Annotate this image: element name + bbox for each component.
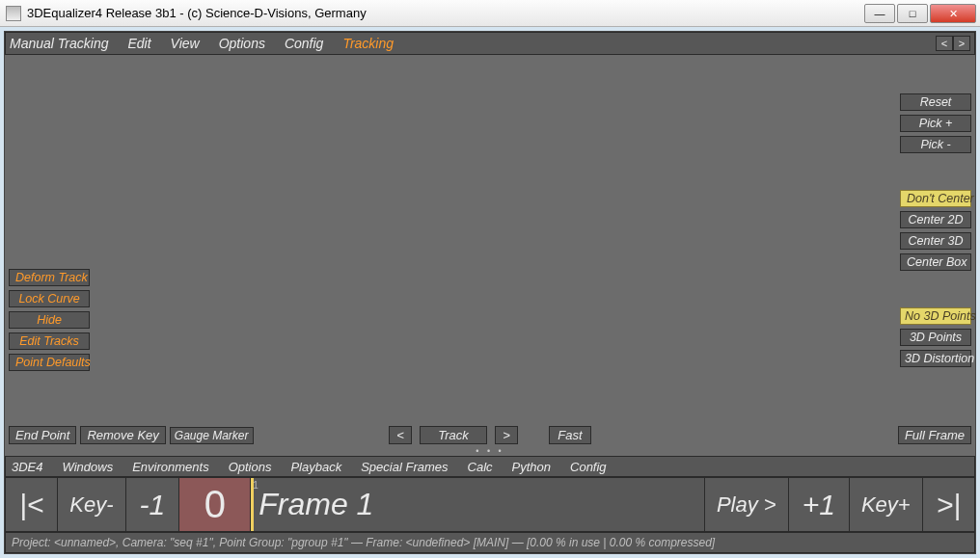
app-icon (6, 6, 21, 21)
frame-plus1-button[interactable]: +1 (789, 478, 850, 531)
gauge-marker-button[interactable]: Gauge Marker (170, 427, 254, 444)
go-last-button[interactable]: >| (923, 478, 974, 531)
menu2-environments[interactable]: Environments (132, 460, 208, 474)
minimize-button[interactable]: — (864, 4, 895, 23)
lock-curve-button[interactable]: Lock Curve (9, 290, 90, 307)
center-3d-button[interactable]: Center 3D (900, 232, 971, 250)
right-toolbar-3d: No 3D Points 3D Points 3D Distortion (900, 307, 971, 367)
menu-edit[interactable]: Edit (127, 36, 150, 51)
menu-options[interactable]: Options (219, 36, 265, 51)
frame-minus1-button[interactable]: -1 (126, 478, 180, 531)
frame-zero-button[interactable]: 0 (179, 478, 251, 531)
right-toolbar-pick: Reset Pick + Pick - (900, 93, 971, 153)
menu2-options[interactable]: Options (229, 460, 272, 474)
timeline[interactable]: 1 Frame 1 (251, 478, 705, 531)
key-minus-button[interactable]: Key- (58, 478, 125, 531)
end-point-button[interactable]: End Point (9, 426, 76, 444)
menu2-windows[interactable]: Windows (63, 460, 114, 474)
right-toolbar-center: Don't Center Center 2D Center 3D Center … (900, 190, 971, 271)
no-3d-points-button[interactable]: No 3D Points (900, 307, 971, 325)
top-menubar: Manual Tracking Edit View Options Config… (5, 32, 975, 55)
track-button[interactable]: Track (420, 426, 487, 444)
3d-points-button[interactable]: 3D Points (900, 329, 971, 346)
status-text: Project: <unnamed>, Camera: "seq #1", Po… (12, 536, 715, 549)
menu-view[interactable]: View (171, 36, 200, 51)
menu2-playback[interactable]: Playback (290, 460, 341, 474)
reset-button[interactable]: Reset (900, 93, 971, 111)
window-title: 3DEqualizer4 Release 3b1 - (c) Science-D… (27, 6, 367, 20)
bottom-toolbar: End Point Remove Key Gauge Marker < Trac… (9, 426, 971, 444)
menu2-calc[interactable]: Calc (468, 460, 493, 474)
menu2-special-frames[interactable]: Special Frames (361, 460, 448, 474)
center-box-button[interactable]: Center Box (900, 253, 971, 271)
go-first-button[interactable]: |< (6, 478, 58, 531)
dont-center-button[interactable]: Don't Center (900, 190, 971, 207)
menu2-3de4[interactable]: 3DE4 (12, 460, 43, 474)
menu2-config[interactable]: Config (570, 460, 607, 474)
maximize-button[interactable]: □ (897, 4, 928, 23)
fast-button[interactable]: Fast (549, 426, 591, 444)
frame-label: Frame 1 (259, 487, 373, 522)
close-button[interactable]: ✕ (930, 4, 976, 23)
bottom-menubar: 3DE4 Windows Environments Options Playba… (5, 456, 975, 477)
pick-plus-button[interactable]: Pick + (900, 115, 971, 132)
status-bar: Project: <unnamed>, Camera: "seq #1", Po… (5, 532, 975, 553)
transport-bar: |< Key- -1 0 1 Frame 1 Play > +1 Key+ >| (5, 477, 975, 532)
hide-button[interactable]: Hide (9, 311, 90, 329)
menu-config[interactable]: Config (285, 36, 323, 51)
app-window: 3DEqualizer4 Release 3b1 - (c) Science-D… (0, 0, 980, 558)
track-next-button[interactable]: > (495, 426, 518, 444)
point-defaults-button[interactable]: Point Defaults (9, 354, 90, 371)
left-toolbar: Deform Track Lock Curve Hide Edit Tracks… (9, 269, 90, 371)
app-shell: Manual Tracking Edit View Options Config… (4, 31, 976, 554)
center-2d-button[interactable]: Center 2D (900, 211, 971, 228)
menu-tracking[interactable]: Tracking (342, 36, 394, 51)
remove-key-button[interactable]: Remove Key (80, 426, 165, 444)
edit-tracks-button[interactable]: Edit Tracks (9, 332, 90, 350)
key-plus-button[interactable]: Key+ (850, 478, 923, 531)
nav-prev-button[interactable]: < (936, 36, 953, 51)
pick-minus-button[interactable]: Pick - (900, 136, 971, 153)
play-button[interactable]: Play > (705, 478, 789, 531)
window-controls: — □ ✕ (864, 3, 980, 23)
nav-next-button[interactable]: > (953, 36, 970, 51)
3d-distortion-button[interactable]: 3D Distortion (900, 350, 971, 367)
menu2-python[interactable]: Python (512, 460, 551, 474)
deform-track-button[interactable]: Deform Track (9, 269, 90, 286)
panel-drag-handle[interactable]: • • • (5, 448, 975, 456)
titlebar[interactable]: 3DEqualizer4 Release 3b1 - (c) Science-D… (0, 0, 980, 27)
track-prev-button[interactable]: < (389, 426, 412, 444)
timeline-tick: 1 (253, 480, 259, 491)
viewport[interactable]: Deform Track Lock Curve Hide Edit Tracks… (5, 55, 975, 448)
full-frame-button[interactable]: Full Frame (898, 426, 971, 444)
menu-manual-tracking[interactable]: Manual Tracking (10, 36, 108, 51)
